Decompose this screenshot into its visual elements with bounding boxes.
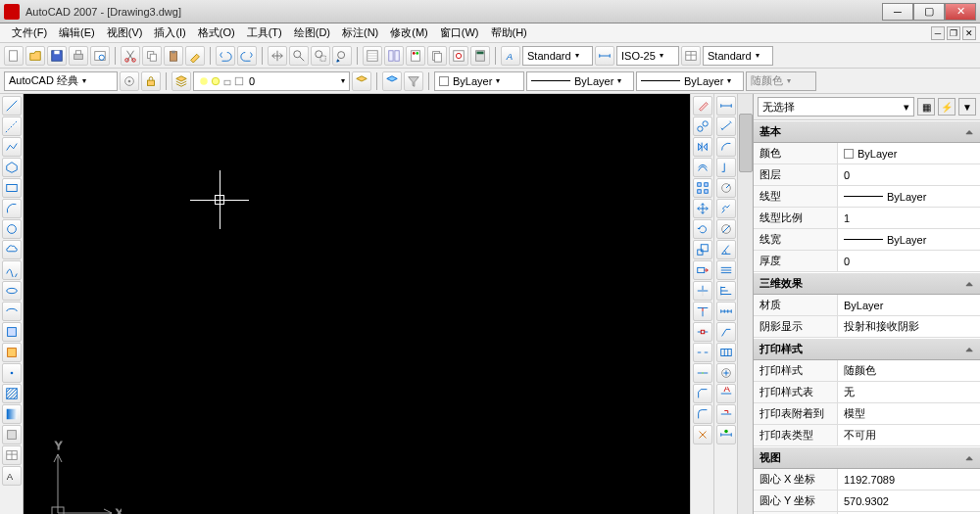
rectangle-button[interactable] bbox=[2, 178, 22, 198]
dim-diameter-button[interactable] bbox=[716, 219, 736, 239]
mdi-minimize-button[interactable]: ─ bbox=[931, 26, 945, 40]
collapse-icon[interactable]: ⏶ bbox=[965, 345, 974, 354]
markup-button[interactable] bbox=[449, 46, 468, 66]
quick-calc-button[interactable] bbox=[470, 46, 490, 66]
revision-cloud-button[interactable] bbox=[2, 240, 22, 259]
property-value[interactable]: 不可用 bbox=[838, 425, 980, 445]
layer-previous-button[interactable] bbox=[352, 71, 371, 91]
property-row[interactable]: 厚度0 bbox=[754, 251, 980, 272]
trim-button[interactable] bbox=[693, 281, 712, 301]
menu-insert[interactable]: 插入(I) bbox=[148, 23, 191, 42]
workspace-combo[interactable]: AutoCAD 经典▾ bbox=[4, 71, 118, 91]
menu-modify[interactable]: 修改(M) bbox=[384, 23, 434, 42]
design-center-button[interactable] bbox=[384, 46, 404, 66]
join-button[interactable] bbox=[693, 363, 712, 383]
plot-preview-button[interactable] bbox=[90, 46, 110, 66]
dim-aligned-button[interactable] bbox=[716, 117, 736, 136]
break-button[interactable] bbox=[693, 343, 712, 362]
offset-button[interactable] bbox=[693, 158, 712, 177]
property-row[interactable]: 线型ByLayer bbox=[754, 186, 980, 208]
property-value[interactable]: 570.9302 bbox=[838, 491, 980, 511]
zoom-previous-button[interactable] bbox=[332, 46, 352, 66]
zoom-button[interactable] bbox=[289, 46, 309, 66]
menu-dimension[interactable]: 标注(N) bbox=[336, 23, 384, 42]
region-button[interactable] bbox=[2, 425, 22, 444]
copy-button[interactable] bbox=[142, 46, 162, 66]
explode-button[interactable] bbox=[693, 425, 712, 444]
dim-ordinate-button[interactable] bbox=[716, 158, 736, 177]
fillet-button[interactable] bbox=[693, 404, 712, 424]
property-value[interactable]: 0 bbox=[838, 164, 980, 185]
leader-button[interactable] bbox=[716, 322, 736, 342]
make-block-button[interactable] bbox=[2, 343, 22, 362]
properties-button[interactable] bbox=[363, 46, 382, 66]
close-button[interactable]: ✕ bbox=[945, 3, 976, 21]
array-button[interactable] bbox=[693, 178, 712, 198]
tool-palettes-button[interactable] bbox=[406, 46, 425, 66]
layer-properties-button[interactable] bbox=[172, 71, 191, 91]
match-properties-button[interactable] bbox=[185, 46, 205, 66]
maximize-button[interactable]: ▢ bbox=[913, 3, 945, 21]
select-objects-button[interactable]: ▼ bbox=[958, 98, 976, 116]
dim-style-combo[interactable]: ISO-25▾ bbox=[616, 46, 679, 66]
menu-window[interactable]: 窗口(W) bbox=[434, 23, 485, 42]
section-view[interactable]: 视图⏶ bbox=[754, 446, 980, 469]
arc-button[interactable] bbox=[2, 199, 22, 218]
layer-filter-button[interactable] bbox=[404, 71, 423, 91]
property-row[interactable]: 圆心 Y 坐标570.9302 bbox=[754, 491, 980, 512]
undo-button[interactable] bbox=[216, 46, 235, 66]
mirror-button[interactable] bbox=[693, 137, 712, 157]
drawing-canvas[interactable]: Y X bbox=[24, 94, 690, 514]
mtext-button[interactable]: A bbox=[2, 466, 22, 486]
dim-radius-button[interactable] bbox=[716, 178, 736, 198]
dim-text-edit-button[interactable] bbox=[716, 404, 736, 424]
menu-file[interactable]: 文件(F) bbox=[6, 23, 53, 42]
menu-tools[interactable]: 工具(T) bbox=[241, 23, 288, 42]
property-row[interactable]: 打印样式表无 bbox=[754, 382, 980, 403]
menu-view[interactable]: 视图(V) bbox=[101, 23, 149, 42]
dim-angular-button[interactable] bbox=[716, 240, 736, 259]
chamfer-button[interactable] bbox=[693, 384, 712, 403]
break-at-point-button[interactable] bbox=[693, 322, 712, 342]
section-3d-effect[interactable]: 三维效果⏶ bbox=[754, 272, 980, 295]
color-combo[interactable]: ByLayer▾ bbox=[434, 71, 524, 91]
property-row[interactable]: 颜色ByLayer bbox=[754, 143, 980, 164]
plot-style-combo[interactable]: 随颜色▾ bbox=[746, 71, 816, 91]
paste-button[interactable] bbox=[164, 46, 183, 66]
toggle-pim-button[interactable]: ▦ bbox=[917, 98, 935, 116]
dim-jogged-button[interactable] bbox=[716, 199, 736, 218]
property-value[interactable]: ByLayer bbox=[838, 229, 980, 250]
collapse-icon[interactable]: ⏶ bbox=[965, 279, 974, 289]
dim-arc-button[interactable] bbox=[716, 137, 736, 157]
save-button[interactable] bbox=[47, 46, 67, 66]
extend-button[interactable] bbox=[693, 302, 712, 321]
dim-baseline-button[interactable] bbox=[716, 281, 736, 301]
polyline-button[interactable] bbox=[2, 137, 22, 157]
text-style-combo[interactable]: Standard▾ bbox=[522, 46, 593, 66]
pan-button[interactable] bbox=[268, 46, 287, 66]
property-value[interactable]: 1192.7089 bbox=[838, 469, 980, 490]
property-row[interactable]: 图层0 bbox=[754, 164, 980, 186]
polygon-button[interactable] bbox=[2, 158, 22, 177]
menu-format[interactable]: 格式(O) bbox=[192, 23, 241, 42]
property-value[interactable]: 无 bbox=[838, 382, 980, 402]
property-row[interactable]: 圆心 X 坐标1192.7089 bbox=[754, 469, 980, 491]
table-style-combo[interactable]: Standard▾ bbox=[703, 46, 773, 66]
stretch-button[interactable] bbox=[693, 260, 712, 280]
property-value[interactable]: 随颜色 bbox=[838, 360, 980, 381]
dim-linear-button[interactable] bbox=[716, 96, 736, 116]
property-row[interactable]: 线宽ByLayer bbox=[754, 229, 980, 251]
zoom-window-button[interactable] bbox=[311, 46, 330, 66]
line-button[interactable] bbox=[2, 96, 22, 116]
layer-states-button[interactable] bbox=[382, 71, 402, 91]
construction-line-button[interactable] bbox=[2, 117, 22, 136]
sheet-set-button[interactable] bbox=[427, 46, 447, 66]
property-value[interactable]: ByLayer bbox=[838, 186, 980, 207]
dim-update-button[interactable] bbox=[716, 425, 736, 444]
workspace-lock-button[interactable] bbox=[141, 71, 161, 91]
circle-button[interactable] bbox=[2, 219, 22, 239]
property-row[interactable]: 材质ByLayer bbox=[754, 295, 980, 316]
rotate-button[interactable] bbox=[693, 219, 712, 239]
mdi-restore-button[interactable]: ❐ bbox=[947, 26, 960, 40]
new-button[interactable] bbox=[4, 46, 24, 66]
